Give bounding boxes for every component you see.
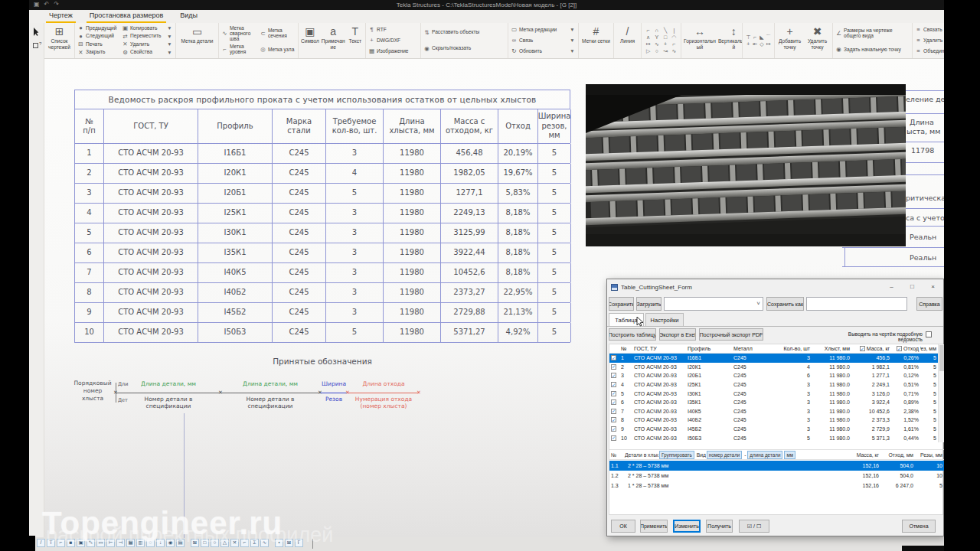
profiles-table-row[interactable]: ✓10СТО АСЧМ 20-93I50Б3С245511 980.05 371… [609,433,938,442]
sketch-shape-icon[interactable]: ↝ [662,47,670,54]
sketch-shape-icon[interactable]: ∿ [652,41,661,47]
group-button[interactable]: Группировать [659,451,694,459]
sketch-shape-icon[interactable]: + [662,41,670,47]
parts-table-row[interactable]: 1.12 * 28 – 5738 мм152,16504,010 [609,461,944,471]
grid-marks-button[interactable]: #Метки сетки [581,24,611,57]
row-check-cell[interactable]: ✓ [609,380,619,390]
note-button[interactable]: aПримечан ие [322,24,345,57]
sketch-shape-icon[interactable]: ⇤ [752,41,759,47]
header-cell[interactable]: ✓Рез, мм [920,344,938,353]
tab-settings[interactable]: Настройки [645,313,684,327]
line-button[interactable]: /Линия [616,24,639,57]
cancel-button[interactable]: Отмена [902,520,936,533]
header-cell[interactable]: ✓Масса, кг [851,344,891,353]
refresh-button[interactable]: ↻Обновить [511,48,567,54]
previous-button[interactable]: ●Предыдущий [77,25,119,31]
more-button[interactable]: ▾ [166,25,173,31]
settings-combobox[interactable] [664,297,763,311]
detail-mark-button[interactable]: ◎Метка узла [260,47,296,53]
header-cell[interactable]: Кол-во, шт [776,344,812,353]
export-excel-button[interactable]: Экспорт в Exel [659,328,696,341]
level-mark-button[interactable]: ⌐Метка уровня [221,44,257,55]
print-button[interactable]: ⊟Печать [77,41,119,47]
profiles-table-row[interactable]: ✓9СТО АСЧМ 20-93I45Б2С245311 980.02 729,… [609,425,938,434]
sketch-shape-icon[interactable]: ∿ [670,47,678,54]
mm-button[interactable]: мм [784,451,795,459]
checkbox-checked-icon[interactable]: ✓ [611,355,616,360]
sketch-shape-icon[interactable]: ↦ [644,41,652,47]
row-check-cell[interactable]: ✓ [609,433,619,442]
modify-button[interactable]: Изменить [673,520,701,533]
sketch-shape-icon[interactable]: ◇ [759,41,766,47]
remove-point-button[interactable]: ✖Удалить точку [805,24,830,57]
checkbox-checked-icon[interactable]: ✓ [611,409,616,414]
row-check-cell[interactable]: ✓ [609,407,619,416]
more-button[interactable]: ▾ [166,41,173,47]
link-button[interactable]: ∞Связь [511,37,567,44]
sketch-shape-icon[interactable]: ↦ [765,41,772,47]
get-button[interactable]: Получить [706,520,733,533]
sketch-shape-icon[interactable]: □ [662,34,670,41]
parts-table-row[interactable]: 1.22 * 28 – 5738 мм152,16504,010 [609,471,944,481]
more-button[interactable]: ▾ [166,34,173,40]
bind-button[interactable]: ≡Связать [915,27,944,33]
build-table-button[interactable]: Построить таблицу [609,328,656,341]
header-cell[interactable]: Металл [732,344,776,353]
combine-button[interactable]: ≡Объедин [915,48,944,54]
more-button[interactable]: ▾ [569,27,576,33]
tab-drawing[interactable]: Чертеж [46,10,76,23]
profiles-table-row[interactable]: ✓1СТО АСЧМ 20-93I16Б1С245311 980.0456,50… [609,354,938,363]
toggle-checks-button[interactable]: ☑ / ☐ [739,520,769,533]
weld-mark-button[interactable]: ∿Метка сварного шва [221,26,257,42]
sketch-shape-icon[interactable]: ◣ [759,34,766,41]
parts-table-header[interactable]: №Детали в хлыстеГруппироватьВидномер дет… [609,449,944,460]
checkbox-checked-icon[interactable]: ✓ [897,346,902,351]
export-pdf-button[interactable]: Построчный экспорт PDF [699,328,763,341]
arrange-objects-button[interactable]: ⇅Расставить объекты [423,30,505,36]
sketch-shape-icon[interactable]: ∧ [644,34,652,41]
sketch-shape-icon[interactable]: ⌒ [765,34,772,41]
row-check-cell[interactable]: ✓ [609,425,619,434]
save-as-input[interactable] [806,297,907,311]
header-cell[interactable]: № [619,344,632,353]
help-button[interactable]: Справка [916,297,942,311]
vertical-dim-button[interactable]: ↕Вертикальны й [718,24,743,57]
header-cell[interactable]: Хлыст, мм [812,344,851,353]
row-check-cell[interactable]: ✓ [609,354,619,363]
revision-mark-button[interactable]: ▭Метка редакции [511,27,567,33]
ok-button[interactable]: ОК [611,520,635,533]
rtf-button[interactable]: ¶RTF [368,27,418,33]
set-start-point-button[interactable]: ◉Задать начальную точку [835,47,910,53]
tab-views[interactable]: Виды [177,10,201,23]
pointer-tool-icon[interactable] [34,28,40,36]
properties-button[interactable]: ⚙Свойства [122,50,164,56]
sketch-shape-icon[interactable]: ◠ [670,34,678,41]
sketch-shape-icon[interactable]: ○ [652,47,661,54]
checkbox-checked-icon[interactable]: ✓ [611,426,616,432]
ga-dimensions-button[interactable]: ∠Размеры на чертеже общего вида [835,28,910,39]
profiles-table-row[interactable]: ✓2СТО АСЧМ 20-93I20К1С245411 980.01 982,… [609,363,938,372]
move-button[interactable]: ⇄Переместить [122,34,164,40]
sketch-shape-icon[interactable]: ∩ [652,27,661,34]
sketch-shape-icon[interactable]: ⌐ [644,27,652,34]
detailed-list-checkbox[interactable] [926,331,932,337]
load-button[interactable]: Загрузить [636,297,662,311]
part-length-button[interactable]: длина детали [747,451,782,459]
minimize-icon[interactable]: – [881,279,902,294]
parts-table-row[interactable]: 1.31 * 28 – 5738 мм152,166 247,05 [609,481,944,491]
header-cell[interactable]: Профиль [686,344,732,353]
profiles-table-row[interactable]: ✓8СТО АСЧМ 20-93I40Б2С245311 980.02 373,… [609,416,938,425]
sketch-shape-icon[interactable]: ╲ [662,27,670,34]
checkbox-checked-icon[interactable]: ✓ [611,417,616,422]
profiles-table-row[interactable]: ✓3СТО АСЧМ 20-93I20Б1С245611 980.01 277,… [609,371,938,380]
checkbox-checked-icon[interactable]: ✓ [611,391,616,396]
sketch-shape-icon[interactable]: | [670,27,678,34]
horizontal-dim-button[interactable]: ↔Горизонтальн ый [684,24,716,57]
save-as-button[interactable]: Сохранить как [766,297,804,311]
area-select-tool-icon[interactable] [33,43,38,48]
dwg-dxf-button[interactable]: +DWG/DXF [368,37,418,44]
add-point-button[interactable]: +Добавить точку [777,24,802,57]
more-button[interactable]: ▾ [569,48,576,54]
tab-dimensioning[interactable]: Простановка размеров [87,10,166,23]
checkbox-checked-icon[interactable]: ✓ [611,399,616,405]
